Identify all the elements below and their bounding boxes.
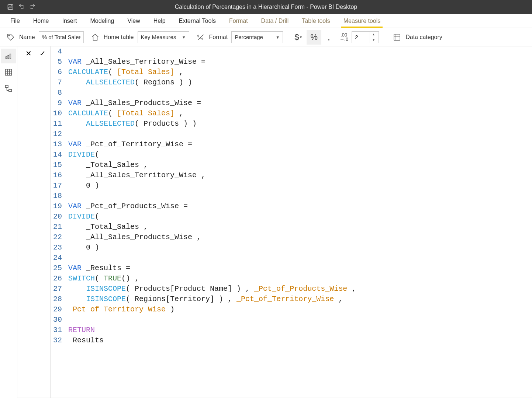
line-number: 11 <box>51 119 65 129</box>
line-number: 31 <box>51 325 65 335</box>
redo-icon[interactable] <box>29 3 36 11</box>
line-content: _Pct_of_Territory_Wise ) <box>68 304 175 315</box>
line-number: 26 <box>51 273 65 284</box>
dax-editor[interactable]: 45VAR _All_Sales_Territory_Wise =6CALCUL… <box>51 46 532 398</box>
code-line: 26SWITCH( TRUE() , <box>51 273 532 284</box>
line-number: 25 <box>51 263 65 273</box>
svg-rect-2 <box>9 7 12 10</box>
tab-format[interactable]: Format <box>222 14 255 28</box>
tab-insert[interactable]: Insert <box>55 14 83 28</box>
tab-file[interactable]: File <box>4 14 27 28</box>
name-input[interactable] <box>39 31 84 43</box>
code-line: 5VAR _All_Sales_Territory_Wise = <box>51 57 532 67</box>
save-icon[interactable] <box>7 3 14 11</box>
line-content: 0 ) <box>68 242 99 253</box>
cancel-formula-button[interactable]: ✕ <box>24 49 33 58</box>
ribbon-row: Name Home table Key Measures ▼ $% Format… <box>0 28 532 46</box>
line-content: _Total_Sales , <box>68 160 148 170</box>
decimals-up[interactable]: ▲ <box>370 32 377 37</box>
name-group: Name <box>6 31 90 43</box>
line-number: 16 <box>51 170 65 181</box>
formula-gutter: ✕ ✓ <box>17 46 51 398</box>
thousands-button[interactable]: , <box>321 30 336 45</box>
line-number: 22 <box>51 232 65 242</box>
left-rail <box>0 46 17 398</box>
line-content: _All_Sales_Territory_Wise , <box>68 170 205 181</box>
number-format-group: $ ▾ % , .00→.0 ▲▼ <box>290 30 386 45</box>
line-number: 32 <box>51 335 65 346</box>
line-number: 13 <box>51 139 65 150</box>
line-content: VAR _Pct_of_Products_Wise = <box>68 201 188 212</box>
line-content: VAR _Results = <box>68 263 130 273</box>
code-line: 12 <box>51 129 532 139</box>
line-content: VAR _All_Sales_Products_Wise = <box>68 98 201 108</box>
line-number: 9 <box>51 98 65 108</box>
line-content: ALLSELECTED( Products ) ) <box>68 119 197 129</box>
line-number: 10 <box>51 108 65 119</box>
svg-text:$: $ <box>197 34 199 38</box>
data-view-button[interactable] <box>1 65 16 80</box>
code-line: 28 ISINSCOPE( Regions[Territory] ) , _Pc… <box>51 294 532 304</box>
code-line: 10CALCULATE( [Total Sales] , <box>51 108 532 119</box>
line-content: VAR _Pct_of_Territory_Wise = <box>68 139 192 150</box>
home-table-icon <box>90 32 100 42</box>
line-number: 5 <box>51 57 65 67</box>
percent-button[interactable]: % <box>307 30 321 45</box>
decimals-stepper[interactable]: ▲▼ <box>352 31 379 43</box>
currency-button[interactable]: $ ▾ <box>290 30 307 45</box>
line-number: 19 <box>51 201 65 212</box>
line-number: 8 <box>51 88 65 98</box>
format-value: Percentage <box>235 34 263 40</box>
report-view-button[interactable] <box>1 49 16 63</box>
line-number: 27 <box>51 284 65 294</box>
code-line: 17 0 ) <box>51 181 532 191</box>
code-line: 9VAR _All_Sales_Products_Wise = <box>51 98 532 108</box>
format-dropdown[interactable]: Percentage ▼ <box>231 31 283 43</box>
line-number: 28 <box>51 294 65 304</box>
commit-formula-button[interactable]: ✓ <box>38 49 47 58</box>
tab-modeling[interactable]: Modeling <box>83 14 121 28</box>
titlebar: Calculation of Percentages in a Hierarch… <box>0 0 532 14</box>
tab-view[interactable]: View <box>121 14 146 28</box>
hometable-dropdown[interactable]: Key Measures ▼ <box>138 31 189 43</box>
code-line: 20DIVIDE( <box>51 212 532 222</box>
code-line: 18 <box>51 191 532 201</box>
line-number: 15 <box>51 160 65 170</box>
decimal-toggle-button[interactable]: .00→.0 <box>336 30 352 45</box>
line-content: CALCULATE( [Total Sales] , <box>68 67 183 77</box>
line-content: ISINSCOPE( Products[Product Name] ) , _P… <box>68 284 356 294</box>
line-number: 6 <box>51 67 65 77</box>
decimals-input[interactable] <box>352 34 370 40</box>
line-number: 29 <box>51 304 65 315</box>
code-line: 11 ALLSELECTED( Products ) ) <box>51 119 532 129</box>
hometable-value: Key Measures <box>141 34 176 40</box>
code-line: 21 _Total_Sales , <box>51 222 532 232</box>
code-line: 16 _All_Sales_Territory_Wise , <box>51 170 532 181</box>
code-line: 6CALCULATE( [Total Sales] , <box>51 67 532 77</box>
line-content: DIVIDE( <box>68 150 99 160</box>
code-line: 19VAR _Pct_of_Products_Wise = <box>51 201 532 212</box>
code-line: 22 _All_Sales_Products_Wise , <box>51 232 532 242</box>
tab-external-tools[interactable]: External Tools <box>172 14 222 28</box>
hometable-group: Home table Key Measures ▼ <box>90 31 196 43</box>
tab-data-drill[interactable]: Data / Drill <box>255 14 296 28</box>
hometable-label: Home table <box>104 34 134 41</box>
formula-bar: ✕ ✓ 45VAR _All_Sales_Territory_Wise =6CA… <box>17 46 532 398</box>
svg-rect-6 <box>394 34 400 40</box>
tab-help[interactable]: Help <box>147 14 172 28</box>
undo-icon[interactable] <box>18 3 25 11</box>
line-content: _Total_Sales , <box>68 222 148 232</box>
decimals-down[interactable]: ▼ <box>370 37 377 43</box>
tab-measure-tools[interactable]: Measure tools <box>337 14 387 28</box>
code-line: 25VAR _Results = <box>51 263 532 273</box>
tab-home[interactable]: Home <box>27 14 56 28</box>
svg-rect-17 <box>6 85 8 88</box>
chevron-down-icon: ▼ <box>182 35 186 39</box>
svg-rect-10 <box>8 55 9 59</box>
code-line: 23 0 ) <box>51 242 532 253</box>
tab-table-tools[interactable]: Table tools <box>295 14 337 28</box>
line-number: 12 <box>51 129 65 139</box>
code-line: 4 <box>51 46 532 57</box>
code-line: 31RETURN <box>51 325 532 335</box>
model-view-button[interactable] <box>1 81 16 96</box>
